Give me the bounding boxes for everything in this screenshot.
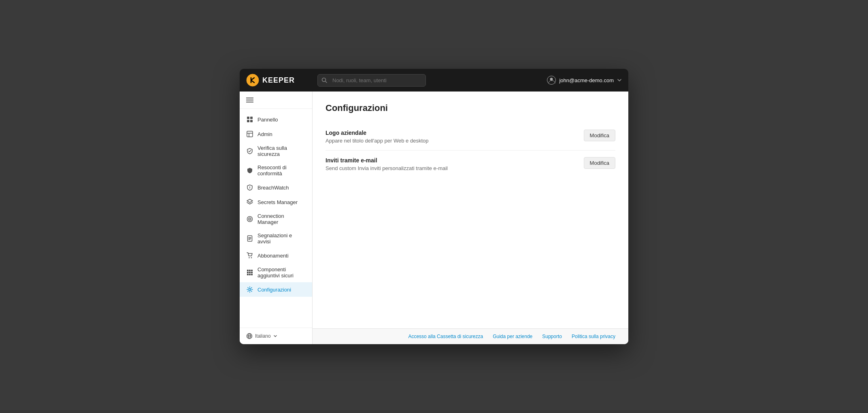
content-area: Configurazioni Logo aziendale Appare nel… — [313, 92, 628, 328]
sidebar-item-label: Secrets Manager — [257, 199, 298, 205]
footer: Accesso alla Cassetta di sicurezza Guida… — [313, 328, 628, 344]
sidebar-item-componenti[interactable]: Componenti aggiuntivi sicuri — [240, 263, 312, 282]
sidebar-item-abbonamenti[interactable]: Abbonamenti — [240, 248, 312, 263]
sidebar-item-admin[interactable]: Admin — [240, 127, 312, 141]
settings-section-inviti: Inviti tramite e-mail Send custom Invia … — [326, 151, 615, 178]
section-description-inviti: Send custom Invia inviti personalizzati … — [326, 165, 448, 171]
search-input[interactable] — [317, 74, 426, 87]
svg-rect-33 — [247, 274, 249, 275]
user-email: john@acme-demo.com — [559, 77, 614, 83]
shield-alert-icon — [246, 184, 253, 191]
apps-icon — [246, 269, 253, 276]
sidebar-item-pannello[interactable]: Pannello — [240, 112, 312, 127]
svg-point-26 — [251, 257, 252, 258]
sidebar-item-label: Configurazioni — [257, 287, 291, 293]
target-icon — [246, 215, 253, 223]
sidebar-nav: Pannello Admin — [240, 109, 312, 328]
sidebar-item-label: Componenti aggiuntivi sicuri — [257, 266, 306, 279]
sidebar-top — [240, 92, 312, 109]
gear-icon — [246, 286, 253, 293]
settings-section-logo: Logo aziendale Appare nel titolo dell'ap… — [326, 123, 615, 151]
modify-button-logo[interactable]: Modifica — [584, 130, 615, 141]
svg-rect-31 — [249, 272, 251, 273]
shopping-cart-icon — [246, 252, 253, 259]
sidebar-item-label: Pannello — [257, 117, 278, 123]
sidebar-item-label: BreachWatch — [257, 185, 289, 191]
sidebar-item-segnalazioni[interactable]: Segnalazioni e avvisi — [240, 229, 312, 248]
footer-link-supporto[interactable]: Supporto — [542, 334, 562, 339]
sidebar-item-verifica-sicurezza[interactable]: Verifica sulla sicurezza — [240, 141, 312, 161]
svg-point-25 — [249, 257, 250, 258]
svg-line-2 — [326, 81, 327, 83]
file-text-icon — [246, 235, 253, 242]
svg-rect-28 — [249, 270, 251, 271]
sidebar-item-breachwatch[interactable]: BreachWatch — [240, 180, 312, 195]
hamburger-icon[interactable] — [246, 97, 306, 103]
svg-marker-17 — [247, 199, 253, 202]
sidebar-item-label: Admin — [257, 131, 272, 137]
svg-point-36 — [249, 289, 251, 291]
svg-point-38 — [249, 334, 251, 339]
sidebar-item-connection-manager[interactable]: Connection Manager — [240, 209, 312, 229]
svg-rect-10 — [247, 120, 249, 122]
svg-rect-35 — [251, 274, 253, 275]
keeper-logo-icon — [246, 74, 259, 87]
svg-point-0 — [247, 74, 259, 86]
sidebar-item-label: Resoconti di conformità — [257, 164, 306, 177]
svg-point-16 — [249, 188, 250, 189]
layers-icon — [246, 198, 253, 206]
footer-link-privacy[interactable]: Politica sulla privacy — [572, 334, 615, 339]
sidebar-item-label: Segnalazioni e avvisi — [257, 232, 306, 245]
svg-rect-30 — [247, 272, 249, 273]
user-area[interactable]: john@acme-demo.com — [547, 76, 622, 85]
main-layout: Pannello Admin — [240, 92, 628, 344]
sidebar-item-configurazioni[interactable]: Configurazioni — [240, 282, 312, 297]
shield-check-icon — [246, 147, 253, 155]
sidebar-item-label: Connection Manager — [257, 213, 306, 225]
user-avatar-icon — [547, 76, 556, 85]
language-dropdown-icon — [273, 334, 277, 338]
footer-link-accesso[interactable]: Accesso alla Cassetta di sicurezza — [408, 334, 483, 339]
search-bar[interactable] — [317, 74, 426, 87]
svg-rect-27 — [247, 270, 249, 271]
svg-rect-29 — [251, 270, 253, 271]
sidebar-item-label: Abbonamenti — [257, 253, 289, 259]
logo-area: KEEPER — [246, 74, 311, 87]
svg-point-20 — [249, 219, 250, 219]
section-text-inviti: Inviti tramite e-mail Send custom Invia … — [326, 157, 448, 171]
svg-point-4 — [550, 78, 553, 81]
sidebar-footer: Italiano — [240, 328, 312, 344]
shield-icon — [246, 167, 253, 174]
app-window: KEEPER john@acme-demo.com — [240, 69, 628, 344]
page-title: Configurazioni — [326, 103, 615, 113]
header: KEEPER john@acme-demo.com — [240, 69, 628, 92]
sidebar-item-secrets-manager[interactable]: Secrets Manager — [240, 195, 312, 209]
svg-point-37 — [247, 334, 252, 339]
search-icon — [321, 77, 327, 83]
section-title-inviti: Inviti tramite e-mail — [326, 157, 448, 164]
globe-icon — [246, 333, 253, 339]
layout-icon — [246, 130, 253, 138]
svg-rect-11 — [250, 120, 253, 122]
section-text-logo: Logo aziendale Appare nel titolo dell'ap… — [326, 130, 428, 144]
sidebar: Pannello Admin — [240, 92, 313, 344]
footer-link-guida[interactable]: Guida per aziende — [493, 334, 532, 339]
language-label: Italiano — [255, 333, 271, 339]
svg-rect-32 — [251, 272, 253, 273]
modify-button-inviti[interactable]: Modifica — [584, 157, 615, 169]
section-description-logo: Appare nel titolo dell'app per Web e des… — [326, 138, 428, 144]
logo-text: KEEPER — [262, 76, 295, 85]
svg-rect-34 — [249, 274, 251, 275]
sidebar-item-label: Verifica sulla sicurezza — [257, 145, 306, 157]
svg-rect-12 — [247, 131, 253, 137]
svg-rect-8 — [247, 117, 249, 119]
svg-rect-9 — [250, 117, 253, 119]
grid-icon — [246, 116, 253, 123]
language-selector[interactable]: Italiano — [246, 333, 306, 339]
section-title-logo: Logo aziendale — [326, 130, 428, 136]
sidebar-item-resoconti[interactable]: Resoconti di conformità — [240, 161, 312, 180]
dropdown-icon — [617, 78, 622, 83]
